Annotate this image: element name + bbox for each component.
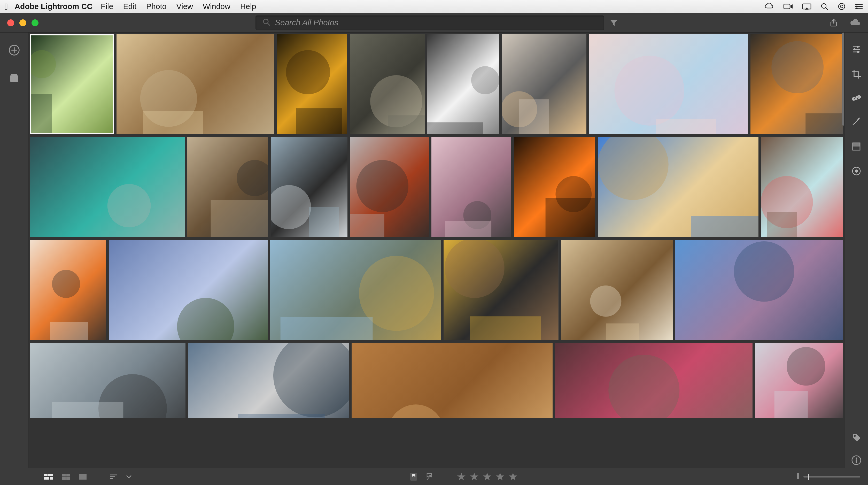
- flag-pick-button[interactable]: [409, 472, 418, 481]
- filter-button[interactable]: [610, 19, 618, 27]
- svg-point-116: [786, 347, 825, 386]
- svg-rect-84: [767, 212, 797, 237]
- photo-windblown-hair-blue-sky[interactable]: [675, 240, 843, 340]
- info-button[interactable]: [851, 455, 862, 465]
- photo-climber-rock[interactable]: [350, 34, 425, 134]
- search-input[interactable]: [275, 18, 597, 27]
- radial-gradient-button[interactable]: [851, 166, 862, 176]
- zoom-handle[interactable]: [808, 474, 809, 480]
- svg-rect-54: [519, 99, 549, 134]
- photo-hand-feather[interactable]: [30, 240, 106, 340]
- rating-stars[interactable]: ★ ★ ★ ★ ★: [457, 470, 519, 483]
- photo-wood-fence-hat[interactable]: [351, 343, 553, 418]
- svg-point-44: [286, 50, 330, 94]
- svg-rect-45: [296, 108, 342, 134]
- photo-campfire-night[interactable]: [514, 137, 595, 237]
- photo-adobe-house-dog[interactable]: [187, 137, 268, 237]
- menu-file[interactable]: File: [101, 2, 113, 11]
- photo-grid[interactable]: [28, 33, 844, 468]
- zoom-tick-icon: [797, 473, 799, 480]
- photo-cherry-blossom-lane[interactable]: [431, 137, 511, 237]
- photo-braided-hair-feathers[interactable]: [561, 240, 673, 340]
- svg-point-33: [854, 435, 856, 437]
- window-traffic-lights: [7, 19, 38, 26]
- crop-tool-button[interactable]: [851, 69, 862, 80]
- healing-brush-button[interactable]: [851, 94, 862, 102]
- photo-roses-window[interactable]: [555, 343, 752, 418]
- photo-pink-truck-snow[interactable]: [755, 343, 843, 418]
- photo-forest-light[interactable]: [30, 34, 114, 134]
- spotlight-icon[interactable]: [820, 3, 829, 10]
- brush-tool-button[interactable]: [851, 116, 861, 127]
- window-minimize-button[interactable]: [20, 19, 26, 26]
- svg-rect-39: [30, 94, 52, 134]
- photo-yellow-wall-portrait[interactable]: [443, 240, 559, 340]
- menu-help[interactable]: Help: [240, 2, 256, 11]
- svg-point-24: [854, 48, 856, 50]
- photo-light-tunnel[interactable]: [427, 34, 499, 134]
- photo-loft-window-portrait[interactable]: [271, 137, 347, 237]
- menu-window[interactable]: Window: [203, 2, 230, 11]
- keywords-button[interactable]: [851, 432, 862, 443]
- share-button[interactable]: [829, 18, 838, 27]
- control-center-icon[interactable]: [855, 3, 863, 10]
- photo-desert-traveler[interactable]: [598, 137, 758, 237]
- photo-woman-lilacs[interactable]: [109, 240, 268, 340]
- siri-icon[interactable]: [838, 3, 846, 10]
- svg-rect-99: [606, 324, 639, 340]
- cloud-sync-button[interactable]: [849, 19, 861, 27]
- star-5[interactable]: ★: [508, 470, 519, 483]
- photo-figure-on-beach[interactable]: [30, 343, 185, 418]
- svg-rect-36: [856, 459, 857, 463]
- window-zoom-button[interactable]: [32, 19, 38, 26]
- svg-line-3: [826, 8, 828, 10]
- photo-red-hair-street[interactable]: [350, 137, 429, 237]
- add-photos-button[interactable]: [8, 44, 20, 56]
- svg-rect-96: [470, 316, 541, 340]
- zoom-track[interactable]: [803, 476, 860, 478]
- square-grid-view-button[interactable]: [61, 473, 71, 481]
- search-box[interactable]: [255, 16, 604, 30]
- svg-rect-117: [774, 391, 808, 418]
- photo-hiker-mountain-ridge[interactable]: [270, 240, 441, 340]
- edit-panel-button[interactable]: [851, 44, 862, 54]
- photo-grid-view-button[interactable]: [43, 473, 54, 481]
- detail-view-button[interactable]: [79, 473, 87, 480]
- svg-point-25: [857, 51, 859, 53]
- apple-menu-icon[interactable]: : [5, 2, 8, 11]
- photo-turquoise-rings[interactable]: [30, 137, 185, 237]
- photo-balancing-rock[interactable]: [117, 34, 274, 134]
- window-close-button[interactable]: [7, 19, 14, 26]
- svg-rect-123: [66, 474, 70, 477]
- star-2[interactable]: ★: [469, 470, 480, 483]
- airplay-icon[interactable]: [802, 3, 812, 10]
- photo-night-road[interactable]: [277, 34, 347, 134]
- svg-point-71: [356, 160, 408, 212]
- menu-view[interactable]: View: [177, 2, 193, 11]
- photo-wet-street-dusk[interactable]: [750, 34, 843, 134]
- svg-point-9: [856, 4, 858, 5]
- svg-rect-119: [48, 474, 53, 476]
- photo-city-buildings[interactable]: [502, 34, 587, 134]
- star-1[interactable]: ★: [457, 470, 467, 483]
- menu-photo[interactable]: Photo: [146, 2, 166, 11]
- photo-clouds-over-road[interactable]: [188, 343, 349, 418]
- menu-edit[interactable]: Edit: [123, 2, 136, 11]
- linear-gradient-button[interactable]: [851, 142, 861, 151]
- creative-cloud-icon[interactable]: [764, 3, 774, 10]
- my-photos-button[interactable]: [9, 73, 20, 83]
- star-3[interactable]: ★: [482, 470, 493, 483]
- svg-point-5: [840, 5, 843, 8]
- screen-record-icon[interactable]: [783, 3, 793, 10]
- star-4[interactable]: ★: [495, 470, 506, 483]
- photo-tassel-bracelet[interactable]: [761, 137, 843, 237]
- sort-button[interactable]: [109, 473, 118, 480]
- sort-chevron-icon[interactable]: [126, 475, 132, 479]
- flag-reject-button[interactable]: [426, 472, 433, 481]
- svg-rect-120: [44, 477, 49, 480]
- photo-pastel-sky-teepee[interactable]: [589, 34, 748, 134]
- svg-point-98: [590, 285, 621, 317]
- scrollbar-thumb[interactable]: [842, 33, 844, 126]
- thumbnail-zoom-slider[interactable]: [797, 473, 860, 480]
- app-name[interactable]: Adobe Lightroom CC: [14, 2, 92, 11]
